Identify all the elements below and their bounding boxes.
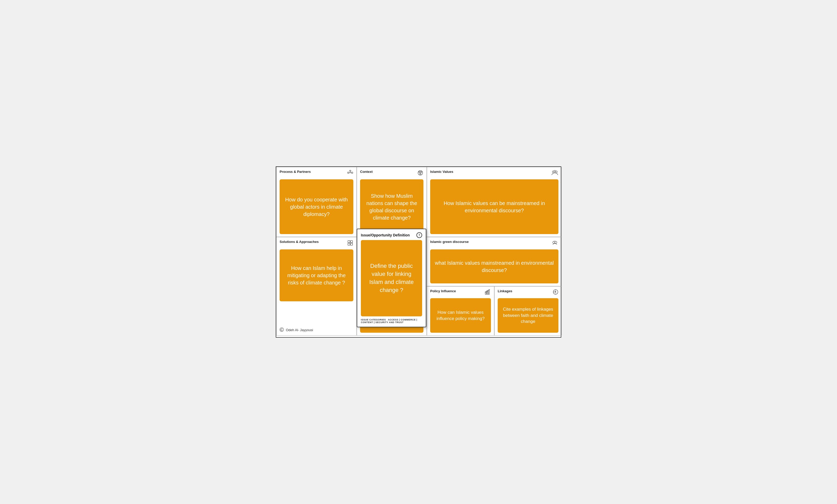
copyright-icon: © — [280, 326, 284, 333]
linkages-card: Cite examples of linkages between faith … — [498, 298, 558, 333]
svg-point-20 — [555, 241, 557, 244]
cell-process: Process & Partners How do you cooperate … — [276, 167, 357, 237]
svg-point-19 — [553, 241, 555, 244]
islamic-green-header: Islamic green discourse — [430, 240, 558, 247]
linkages-title: Linkages — [498, 289, 512, 293]
islamic-values-card: How Islamic values can be mainstreamed i… — [430, 179, 558, 234]
canvas: Process & Partners How do you cooperate … — [276, 166, 561, 338]
process-title: Process & Partners — [280, 170, 311, 174]
author-name: Odeh Al- Jayyousi — [286, 328, 313, 332]
copyright-area: © Odeh Al- Jayyousi — [280, 326, 313, 333]
cell-policy: Policy Influence How can Islamic values … — [427, 286, 494, 336]
issue-title-text: Issue/Opportunity Definition — [361, 233, 410, 237]
svg-rect-26 — [487, 291, 488, 294]
linkages-card-text: Cite examples of linkages between faith … — [502, 306, 554, 325]
svg-point-8 — [420, 173, 421, 175]
policy-card: How can Islamic values influence policy … — [430, 298, 491, 333]
process-icon — [347, 170, 353, 177]
islamic-values-title: Islamic Values — [430, 170, 453, 174]
svg-rect-18 — [351, 243, 353, 245]
solutions-title: Solutions & Approaches — [280, 240, 319, 244]
islamic-values-card-text: How Islamic values can be mainstreamed i… — [434, 200, 554, 214]
svg-rect-25 — [485, 292, 486, 294]
islamic-values-header: Islamic Values — [430, 170, 558, 177]
svg-rect-4 — [350, 170, 351, 171]
policy-card-text: How can Islamic values influence policy … — [434, 309, 487, 322]
svg-rect-17 — [348, 243, 350, 245]
issue-card: Define the public value for linking Isla… — [361, 240, 422, 317]
solutions-icon — [347, 240, 353, 247]
issue-categories-label: ISSUE CATEGORIES — [361, 319, 386, 321]
solutions-header: Solutions & Approaches — [280, 240, 353, 247]
issue-card-text: Define the public value for linking Isla… — [365, 262, 418, 294]
policy-icon — [485, 289, 491, 296]
policy-header: Policy Influence — [430, 289, 491, 296]
cell-islamic-values: Islamic Values How Islamic values can be… — [427, 167, 562, 237]
process-card-text: How do you cooperate with global actors … — [284, 196, 349, 218]
context-header: Context — [360, 170, 424, 177]
solutions-card: How can Islam help in mitigating or adap… — [280, 249, 353, 301]
linkages-icon — [553, 289, 558, 296]
issue-popup: Issue/Opportunity Definition ! Define th… — [357, 229, 426, 327]
svg-point-7 — [421, 171, 422, 173]
islamic-green-icon — [551, 240, 558, 247]
islamic-values-icon — [551, 170, 558, 177]
issue-categories: ISSUE CATEGORIES Access | Commerce | Con… — [361, 317, 422, 324]
linkages-header: Linkages — [498, 289, 558, 296]
process-card: How do you cooperate with global actors … — [280, 179, 353, 234]
context-card: Show how Muslim nations can shape the gl… — [360, 179, 424, 234]
svg-rect-15 — [348, 240, 350, 242]
context-title: Context — [360, 170, 373, 174]
solutions-card-text: How can Islam help in mitigating or adap… — [284, 265, 349, 286]
policy-title: Policy Influence — [430, 289, 456, 293]
cell-context: Context Show how Muslim nations can shap… — [357, 167, 427, 237]
islamic-green-card: what Islamic values mainstreamed in envi… — [430, 249, 558, 283]
islamic-green-title: Islamic green discourse — [430, 240, 469, 244]
issue-header: Issue/Opportunity Definition ! — [361, 232, 422, 238]
cell-solutions: Solutions & Approaches How can Islam hel… — [276, 237, 357, 336]
svg-rect-16 — [351, 240, 353, 242]
svg-rect-0 — [348, 172, 349, 173]
cell-islamic-green: Islamic green discourse what Islamic val… — [427, 237, 562, 286]
context-icon — [417, 170, 424, 177]
svg-rect-1 — [352, 172, 353, 173]
islamic-green-card-text: what Islamic values mainstreamed in envi… — [434, 259, 554, 274]
svg-rect-27 — [488, 290, 489, 294]
context-card-text: Show how Muslim nations can shape the gl… — [364, 192, 419, 221]
cell-linkages: Linkages Cite examples of linkages betwe… — [494, 286, 562, 336]
issue-badge: ! — [416, 232, 422, 238]
process-header: Process & Partners — [280, 170, 353, 177]
svg-point-6 — [419, 171, 420, 173]
svg-line-10 — [420, 172, 420, 173]
svg-line-11 — [421, 172, 421, 173]
